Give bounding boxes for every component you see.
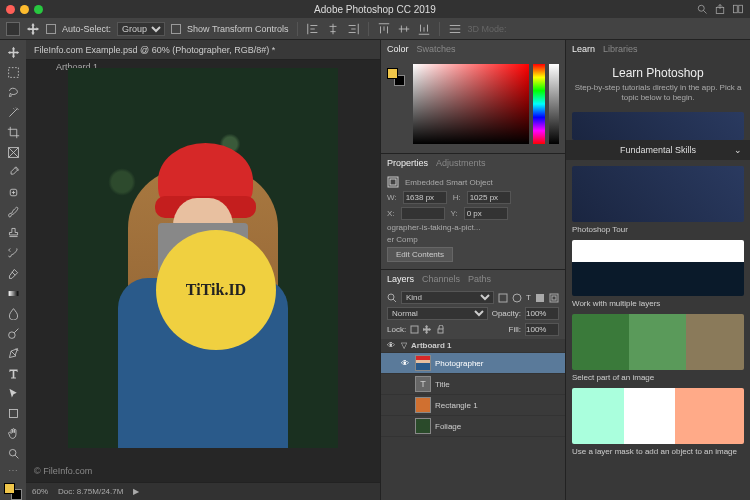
tab-paths[interactable]: Paths	[468, 274, 491, 284]
auto-select-checkbox[interactable]	[46, 24, 56, 34]
learn-header: Learn Photoshop Step-by-step tutorials d…	[566, 58, 750, 112]
align-center-h-icon[interactable]	[326, 22, 340, 36]
bw-slider[interactable]	[549, 64, 559, 144]
brush-tool[interactable]	[4, 204, 22, 221]
titlebar: Adobe Photoshop CC 2019	[0, 0, 750, 18]
tab-properties[interactable]: Properties	[387, 158, 428, 168]
svg-point-0	[698, 5, 704, 11]
align-center-v-icon[interactable]	[397, 22, 411, 36]
tutorial-item[interactable]: Work with multiple layers	[572, 240, 744, 308]
gradient-tool[interactable]	[4, 285, 22, 302]
learn-hero	[572, 112, 744, 140]
tab-layers[interactable]: Layers	[387, 274, 414, 284]
filter-adjust-icon[interactable]	[512, 293, 522, 303]
share-icon[interactable]	[714, 3, 726, 15]
tutorial-item[interactable]: Use a layer mask to add an object to an …	[572, 388, 744, 456]
align-top-icon[interactable]	[377, 22, 391, 36]
crop-tool[interactable]	[4, 124, 22, 141]
height-input[interactable]	[467, 191, 511, 204]
minimize-button[interactable]	[20, 5, 29, 14]
path-select-tool[interactable]	[4, 385, 22, 402]
close-button[interactable]	[6, 5, 15, 14]
type-tool[interactable]	[4, 365, 22, 382]
maximize-button[interactable]	[34, 5, 43, 14]
pen-tool[interactable]	[4, 345, 22, 362]
visibility-icon[interactable]: 👁	[399, 359, 411, 368]
layer-foliage[interactable]: Foliage	[381, 416, 565, 437]
document-tab[interactable]: FileInfo.com Example.psd @ 60% (Photogra…	[26, 40, 380, 60]
align-left-icon[interactable]	[306, 22, 320, 36]
chevron-down-icon: ⌄	[734, 145, 742, 155]
blur-tool[interactable]	[4, 305, 22, 322]
filter-type-icon[interactable]: T	[526, 293, 531, 302]
lock-pixels-icon[interactable]	[436, 325, 445, 334]
canvas-area[interactable]: Artboard 1 TiTik.ID © FileInfo.com	[26, 60, 380, 482]
filter-shape-icon[interactable]	[535, 293, 545, 303]
marquee-tool[interactable]	[4, 64, 22, 81]
tab-color[interactable]: Color	[387, 44, 409, 54]
edit-contents-button[interactable]: Edit Contents	[387, 247, 453, 262]
search-icon[interactable]	[387, 293, 397, 303]
visibility-icon[interactable]: 👁	[385, 341, 397, 350]
frame-tool[interactable]	[4, 144, 22, 161]
distribute-icon[interactable]	[448, 22, 462, 36]
x-input[interactable]	[401, 207, 445, 220]
tab-swatches[interactable]: Swatches	[417, 44, 456, 54]
home-button[interactable]	[6, 22, 20, 36]
tab-adjustments[interactable]: Adjustments	[436, 158, 486, 168]
color-panel	[381, 58, 565, 153]
status-caret[interactable]: ▶	[133, 487, 139, 496]
align-bottom-icon[interactable]	[417, 22, 431, 36]
shape-tool[interactable]	[4, 405, 22, 422]
tab-libraries[interactable]: Libraries	[603, 44, 638, 54]
layer-artboard[interactable]: 👁▽Artboard 1	[381, 339, 565, 353]
color-field[interactable]	[413, 64, 529, 144]
app-title: Adobe Photoshop CC 2019	[314, 4, 436, 15]
svg-point-8	[8, 332, 15, 339]
history-brush-tool[interactable]	[4, 244, 22, 261]
wand-tool[interactable]	[4, 104, 22, 121]
opacity-input[interactable]	[525, 307, 559, 320]
tool-more[interactable]: ⋯	[8, 465, 18, 476]
tutorial-item[interactable]: Photoshop Tour	[572, 166, 744, 234]
filter-image-icon[interactable]	[498, 293, 508, 303]
eyedropper-tool[interactable]	[4, 164, 22, 181]
blend-mode[interactable]: Normal	[387, 307, 488, 320]
show-transform-checkbox[interactable]	[171, 24, 181, 34]
hue-slider[interactable]	[533, 64, 545, 144]
search-icon[interactable]	[696, 3, 708, 15]
auto-select-dropdown[interactable]: Group	[117, 22, 165, 36]
zoom-level[interactable]: 60%	[32, 487, 48, 496]
color-fg-bg[interactable]	[387, 68, 405, 86]
layer-photographer[interactable]: 👁Photographer	[381, 353, 565, 374]
eraser-tool[interactable]	[4, 265, 22, 282]
credit-text: © FileInfo.com	[34, 466, 92, 476]
tutorial-item[interactable]: Select part of an image	[572, 314, 744, 382]
workspace-icon[interactable]	[732, 3, 744, 15]
layers-panel: Kind T Normal Opacity: Lock:	[381, 288, 565, 500]
filter-kind[interactable]: Kind	[401, 291, 494, 304]
lock-position-icon[interactable]	[423, 325, 432, 334]
stamp-tool[interactable]	[4, 224, 22, 241]
filter-smart-icon[interactable]	[549, 293, 559, 303]
move-tool[interactable]	[4, 44, 22, 61]
dodge-tool[interactable]	[4, 325, 22, 342]
hand-tool[interactable]	[4, 425, 22, 442]
tab-learn[interactable]: Learn	[572, 44, 595, 54]
lasso-tool[interactable]	[4, 84, 22, 101]
layer-rectangle[interactable]: Rectangle 1	[381, 395, 565, 416]
zoom-tool[interactable]	[4, 445, 22, 462]
layer-list: 👁▽Artboard 1 👁Photographer TTitle Rectan…	[381, 339, 565, 500]
layer-title[interactable]: TTitle	[381, 374, 565, 395]
y-label: Y:	[451, 209, 458, 218]
fill-input[interactable]	[525, 323, 559, 336]
y-input[interactable]	[464, 207, 508, 220]
width-input[interactable]	[403, 191, 447, 204]
filename: ographer-is-taking-a-pict...	[387, 223, 480, 232]
align-right-icon[interactable]	[346, 22, 360, 36]
lock-all-icon[interactable]	[410, 325, 419, 334]
color-swatch[interactable]	[4, 483, 22, 500]
tab-channels[interactable]: Channels	[422, 274, 460, 284]
heal-tool[interactable]	[4, 184, 22, 201]
section-fundamental[interactable]: Fundamental Skills⌄	[566, 140, 750, 160]
